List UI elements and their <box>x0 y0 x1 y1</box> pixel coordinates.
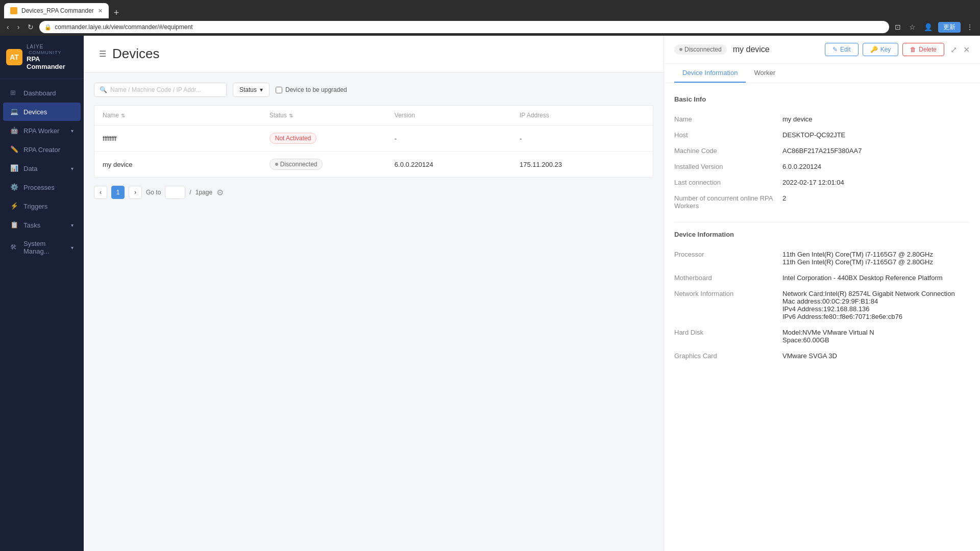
upgrade-label: Device to be upgraded <box>285 86 347 93</box>
tab-worker[interactable]: Worker <box>746 64 783 83</box>
info-row-concurrent-workers: Number of concurrent online RPA Workers … <box>674 190 970 214</box>
active-tab[interactable]: Devices_RPA Commander ✕ <box>4 3 109 18</box>
expand-arrow: ▾ <box>71 128 74 134</box>
th-version: Version <box>395 112 520 119</box>
info-value: DESKTOP-QC92JTE <box>782 131 970 139</box>
info-value: my device <box>782 115 970 123</box>
sidebar-item-tasks[interactable]: 📋 Tasks ▾ <box>3 216 81 234</box>
profile-button[interactable]: 👤 <box>921 22 935 33</box>
browser-actions: ⊡ ☆ 👤 更新 ⋮ <box>892 22 976 33</box>
info-label: Hard Disk <box>674 329 776 344</box>
new-tab-button[interactable]: + <box>110 8 124 18</box>
sidebar-item-label: Tasks <box>23 221 40 229</box>
info-label: Motherboard <box>674 274 776 282</box>
table-row[interactable]: my device Disconnected 6.0.0.220124 175.… <box>94 152 653 177</box>
sidebar-item-data[interactable]: 📊 Data ▾ <box>3 159 81 178</box>
sidebar-item-label: System Manag... <box>23 240 66 255</box>
close-panel-icon[interactable]: ✕ <box>963 45 970 55</box>
sidebar-item-rpa-creator[interactable]: ✏️ RPA Creator <box>3 140 81 159</box>
dropdown-arrow: ▾ <box>260 86 263 93</box>
search-icon: 🔍 <box>100 86 107 93</box>
reload-button[interactable]: ↻ <box>25 22 36 32</box>
pagination: ‹ 1 › Go to / 1page ⚙ <box>94 186 653 199</box>
logo-brand: LAIYE Community <box>27 44 78 55</box>
address-bar[interactable]: 🔒 commander.laiye.uk/view/commander/#/eq… <box>39 21 889 33</box>
info-label: Host <box>674 131 776 139</box>
info-value: 11th Gen Intel(R) Core(TM) i7-1165G7 @ 2… <box>782 251 970 266</box>
info-row-name: Name my device <box>674 111 970 127</box>
bookmark-button[interactable]: ☆ <box>906 22 918 33</box>
upgrade-checkbox[interactable] <box>276 87 282 93</box>
cell-name: my device <box>103 161 270 168</box>
sort-icon: ⇅ <box>289 113 293 118</box>
info-row-motherboard: Motherboard Intel Corporation - 440BX De… <box>674 270 970 286</box>
info-row-installed-version: Installed Version 6.0.0.220124 <box>674 159 970 174</box>
sidebar-item-rpa-worker[interactable]: 🤖 RPA Worker ▾ <box>3 121 81 140</box>
section-divider <box>674 222 970 222</box>
tab-close-button[interactable]: ✕ <box>98 8 103 14</box>
url-text: commander.laiye.uk/view/commander/#/equi… <box>55 23 192 31</box>
prev-page-button[interactable]: ‹ <box>94 186 107 199</box>
sidebar-item-dashboard[interactable]: ⊞ Dashboard <box>3 84 81 102</box>
info-label: Installed Version <box>674 163 776 170</box>
info-row-host: Host DESKTOP-QC92JTE <box>674 127 970 143</box>
delete-button[interactable]: 🗑 Delete <box>902 43 944 56</box>
status-dot <box>275 163 278 166</box>
total-pages-value: 1page <box>195 189 212 196</box>
cell-version: 6.0.0.220124 <box>395 161 520 168</box>
edit-button[interactable]: ✎ Edit <box>825 43 859 56</box>
basic-info-section-title: Basic Info <box>674 95 970 103</box>
sidebar-item-devices[interactable]: 💻 Devices <box>3 103 81 121</box>
info-label: Name <box>674 115 776 123</box>
info-label: Processor <box>674 251 776 266</box>
next-page-button[interactable]: › <box>129 186 142 199</box>
status-badge-disconnected: Disconnected <box>270 159 323 170</box>
data-icon: 📊 <box>10 164 18 172</box>
info-value: VMware SVGA 3D <box>782 352 970 360</box>
menu-button[interactable]: ⋮ <box>964 22 976 33</box>
sidebar-item-label: Dashboard <box>23 89 56 97</box>
upgrade-checkbox-label[interactable]: Device to be upgraded <box>276 86 347 93</box>
key-button[interactable]: 🔑 Key <box>863 43 899 56</box>
info-value: Intel Corporation - 440BX Desktop Refere… <box>782 274 970 282</box>
back-button[interactable]: ‹ <box>4 22 12 32</box>
screenshot-button[interactable]: ⊡ <box>892 22 903 33</box>
device-info-section-title: Device Information <box>674 231 970 238</box>
header-top: ☰ Devices <box>99 46 648 62</box>
cell-status: Disconnected <box>270 159 395 170</box>
status-badge-not-activated: Not Activated <box>270 133 317 144</box>
expand-arrow: ▾ <box>71 245 74 251</box>
status-dot <box>679 48 682 51</box>
main-header: ☰ Devices <box>84 36 664 72</box>
detail-device-name: my device <box>733 45 819 54</box>
devices-table: Name ⇅ Status ⇅ Version IP Address <box>94 105 653 178</box>
update-button[interactable]: 更新 <box>938 22 961 33</box>
tab-favicon <box>10 7 17 14</box>
sidebar-item-triggers[interactable]: ⚡ Triggers <box>3 197 81 215</box>
info-label: Graphics Card <box>674 352 776 360</box>
info-label: Number of concurrent online RPA Workers <box>674 194 776 210</box>
go-to-label: Go to <box>146 189 161 196</box>
sidebar-logo: AT LAIYE Community RPA Commander <box>0 36 84 79</box>
main-body: 🔍 Name / Machine Code / IP Addr... Statu… <box>84 72 664 551</box>
page-1-button[interactable]: 1 <box>111 186 125 199</box>
page-number-input[interactable] <box>165 186 185 199</box>
forward-button[interactable]: › <box>15 22 22 32</box>
hamburger-icon[interactable]: ☰ <box>99 49 106 59</box>
detail-actions: ✎ Edit 🔑 Key 🗑 Delete <box>825 43 944 56</box>
expand-arrow: ▾ <box>71 222 74 228</box>
expand-panel-icon[interactable]: ⤢ <box>950 45 957 55</box>
browser-tabs: Devices_RPA Commander ✕ + <box>0 0 980 18</box>
cell-status: Not Activated <box>270 133 395 144</box>
search-placeholder: Name / Machine Code / IP Addr... <box>110 86 201 93</box>
sidebar-item-processes[interactable]: ⚙️ Processes <box>3 178 81 196</box>
table-row[interactable]: ffffffff Not Activated - - <box>94 126 653 152</box>
cell-ip: 175.11.200.23 <box>520 161 645 168</box>
status-dropdown[interactable]: Status ▾ <box>233 83 270 97</box>
sidebar-item-system-manage[interactable]: 🛠 System Manag... ▾ <box>3 235 81 260</box>
table-settings-icon[interactable]: ⚙ <box>216 188 224 197</box>
search-input-wrapper[interactable]: 🔍 Name / Machine Code / IP Addr... <box>94 83 227 97</box>
logo-icon: AT <box>6 49 22 65</box>
info-row-processor: Processor 11th Gen Intel(R) Core(TM) i7-… <box>674 246 970 270</box>
tab-device-information[interactable]: Device Information <box>674 64 746 83</box>
